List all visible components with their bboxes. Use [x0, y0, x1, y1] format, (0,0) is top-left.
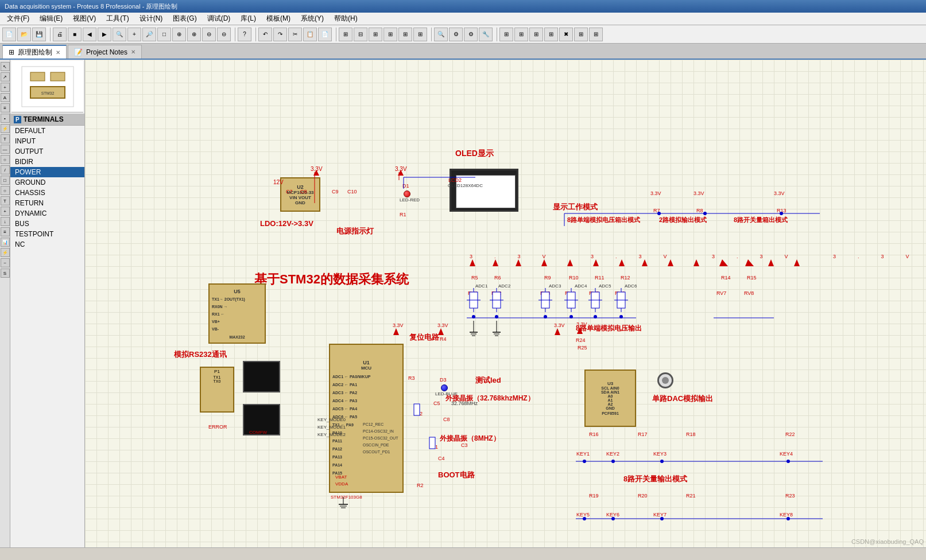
menu-debug[interactable]: 调试(D)	[203, 13, 235, 25]
tb-b3[interactable]: ▶	[98, 28, 111, 41]
tab-notes-close[interactable]: ✕	[131, 49, 135, 55]
tb-open[interactable]: 📂	[17, 28, 31, 41]
label-key4: KEY4	[780, 451, 793, 457]
tool-line[interactable]: /	[1, 165, 10, 174]
tool-graph[interactable]: 📊	[1, 238, 10, 247]
terminal-item-chassis[interactable]: CHASSIS	[10, 188, 84, 198]
tb-b19[interactable]: ⊟	[354, 28, 367, 41]
tb-b14[interactable]: ↷	[273, 28, 287, 41]
svg-text:X1: X1	[432, 444, 438, 450]
tool-probe[interactable]: ↓	[1, 217, 10, 226]
tool-terminal[interactable]: T	[1, 134, 10, 143]
tool-select[interactable]: ↖	[1, 62, 10, 71]
tb-b6[interactable]: 🔎	[142, 28, 156, 41]
tb-b16[interactable]: 📋	[303, 28, 317, 41]
tool-wire[interactable]: ↗	[1, 72, 10, 81]
terminal-item-power[interactable]: POWER	[10, 167, 84, 177]
menu-help[interactable]: 帮助(H)	[330, 13, 362, 25]
tb-print[interactable]: 🖨	[53, 28, 67, 41]
label-r5: R5	[471, 275, 478, 281]
menu-edit[interactable]: 编辑(E)	[35, 13, 67, 25]
menu-template[interactable]: 模板(M)	[262, 13, 295, 25]
tb-b17[interactable]: 📄	[318, 28, 332, 41]
menu-lib[interactable]: 库(L)	[236, 13, 261, 25]
tb-b26[interactable]: ⚙	[464, 28, 478, 41]
tb-b2[interactable]: ◀	[83, 28, 96, 41]
menu-system[interactable]: 系统(Y)	[296, 13, 328, 25]
tool-marker[interactable]: +	[1, 207, 10, 216]
tb-b29[interactable]: ⊞	[514, 28, 528, 41]
tool-script[interactable]: S	[1, 269, 10, 278]
tb-b15[interactable]: ✂	[288, 28, 302, 41]
menu-file[interactable]: 文件(F)	[2, 13, 34, 25]
canvas-area[interactable]: 基于STM32的数据采集系统 OLED显示 LCD2 OLED128X64DC …	[85, 60, 926, 547]
tab-schematic[interactable]: ⊞ 原理图绘制 ✕	[2, 45, 67, 59]
tool-bus[interactable]: ≡	[1, 103, 10, 112]
tb-b5[interactable]: +	[127, 28, 141, 41]
tool-pin[interactable]: —	[1, 145, 10, 154]
svg-rect-72	[429, 437, 435, 449]
tb-b18[interactable]: ⊞	[339, 28, 352, 41]
tb-b27[interactable]: 🔧	[479, 28, 493, 41]
tb-b28[interactable]: ⊞	[499, 28, 513, 41]
tb-b7[interactable]: □	[157, 28, 171, 41]
tab-schematic-close[interactable]: ✕	[56, 49, 60, 56]
tb-b20[interactable]: ⊞	[369, 28, 382, 41]
led-d1	[404, 190, 410, 197]
tool-circle[interactable]: ○	[1, 186, 10, 195]
tool-inst[interactable]: ⚡	[1, 248, 10, 257]
tb-b32[interactable]: ✖	[559, 28, 573, 41]
tb-b12[interactable]: ?	[238, 28, 251, 41]
tool-tape[interactable]: ≡	[1, 227, 10, 236]
tool-text[interactable]: T	[1, 196, 10, 205]
terminal-item-ground[interactable]: GROUND	[10, 177, 84, 188]
tb-b1[interactable]: ■	[68, 28, 82, 41]
label-crystal-32: 外接晶振（32.768khzMHZ）	[445, 394, 534, 403]
tb-b25[interactable]: ⚙	[449, 28, 463, 41]
tb-b10[interactable]: ⊖	[202, 28, 216, 41]
menu-tools[interactable]: 工具(T)	[102, 13, 133, 25]
menu-graph[interactable]: 图表(G)	[168, 13, 201, 25]
label-adc4: ADC4	[575, 283, 587, 289]
tool-box[interactable]: □	[1, 176, 10, 185]
tb-b21[interactable]: ⊞	[383, 28, 397, 41]
tb-new[interactable]: 📄	[2, 28, 16, 41]
terminal-item-nc[interactable]: NC	[10, 239, 84, 250]
tool-gen[interactable]: ~	[1, 258, 10, 267]
label-ldo: LDO:12V->3.3V	[260, 219, 313, 228]
tb-b24[interactable]: 🔍	[434, 28, 448, 41]
tool-add[interactable]: +	[1, 83, 10, 92]
terminal-item-output[interactable]: OUTPUT	[10, 146, 84, 157]
tb-b13[interactable]: ↶	[258, 28, 272, 41]
tool-power[interactable]: ⚡	[1, 124, 10, 133]
tb-b22[interactable]: ⊞	[398, 28, 412, 41]
menu-view[interactable]: 视图(V)	[68, 13, 100, 25]
menu-design[interactable]: 设计(N)	[135, 13, 168, 25]
tb-b4[interactable]: 🔍	[113, 28, 126, 41]
tb-b30[interactable]: ⊞	[529, 28, 543, 41]
svg-point-77	[611, 460, 615, 463]
label-r1: R1	[400, 212, 406, 217]
tb-b31[interactable]: ⊞	[544, 28, 558, 41]
tb-b9[interactable]: ⊕	[187, 28, 201, 41]
tb-b23[interactable]: ⊞	[413, 28, 427, 41]
terminal-item-input[interactable]: INPUT	[10, 136, 84, 146]
tab-notes[interactable]: 📝 Project Notes ✕	[68, 45, 142, 59]
tb-b11[interactable]: ⊖	[217, 28, 231, 41]
terminal-item-bidir[interactable]: BIDIR	[10, 157, 84, 167]
tb-save[interactable]: 💾	[32, 28, 46, 41]
tool-junction[interactable]: •	[1, 114, 10, 123]
tb-b8[interactable]: ⊕	[172, 28, 186, 41]
svg-text:C4: C4	[438, 456, 445, 461]
terminal-item-return[interactable]: RETURN	[10, 198, 84, 208]
tool-label[interactable]: A	[1, 93, 10, 102]
tb-b33[interactable]: ⊞	[574, 28, 588, 41]
terminal-item-testpoint[interactable]: TESTPOINT	[10, 229, 84, 239]
terminal-item-default[interactable]: DEFAULT	[10, 126, 84, 136]
terminal-item-dynamic[interactable]: DYNAMIC	[10, 208, 84, 219]
tool-symbol[interactable]: ○	[1, 155, 10, 164]
label-r9: R9	[544, 275, 551, 281]
tb-b34[interactable]: ⊞	[589, 28, 603, 41]
terminal-item-bus[interactable]: BUS	[10, 219, 84, 229]
label-r13: R13	[777, 208, 786, 213]
